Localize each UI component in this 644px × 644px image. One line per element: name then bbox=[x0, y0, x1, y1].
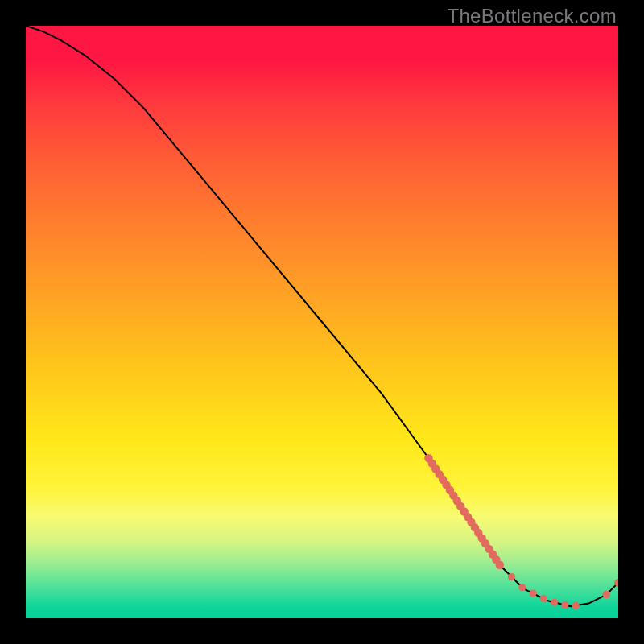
curve-marker-dot bbox=[602, 591, 610, 599]
curve-marker-dot bbox=[551, 599, 558, 606]
curve-marker-dot bbox=[572, 602, 579, 609]
curve-layer bbox=[26, 26, 618, 618]
curve-marker-dot bbox=[529, 589, 536, 597]
curve-marker-dot bbox=[540, 595, 547, 602]
watermark-text: TheBottleneck.com bbox=[447, 5, 617, 27]
bottleneck-curve bbox=[26, 26, 618, 606]
curve-marker-dot bbox=[561, 601, 568, 609]
curve-marker-dot bbox=[518, 584, 526, 591]
curve-markers bbox=[424, 454, 618, 609]
chart-stage: TheBottleneck.com bbox=[0, 0, 644, 644]
curve-marker-dot bbox=[496, 561, 504, 569]
curve-marker-dot bbox=[508, 573, 515, 580]
plot-area bbox=[26, 26, 618, 618]
